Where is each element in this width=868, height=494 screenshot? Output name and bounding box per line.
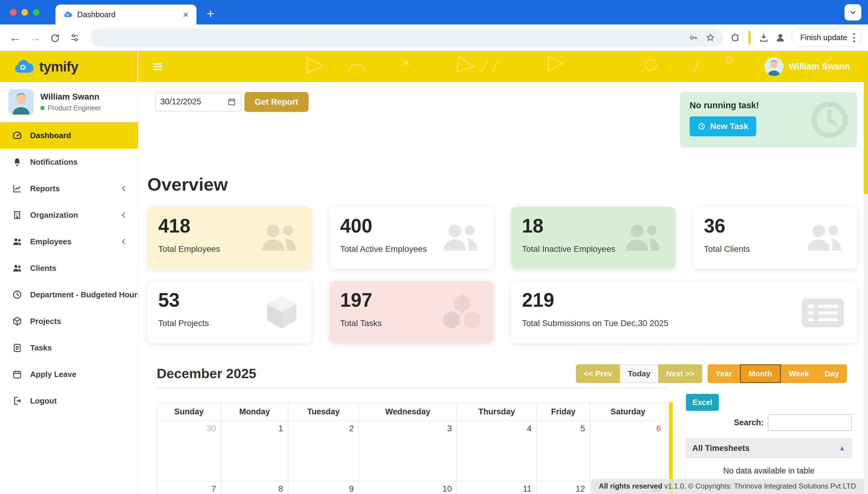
finish-update-button[interactable]: Finish update [791,28,861,47]
sidebar-item-employees[interactable]: Employees [0,228,138,255]
calendar-day-cell[interactable]: 10 [359,481,457,494]
calendar-day-cell[interactable]: 2 [288,421,359,481]
calendar-picker-icon[interactable] [227,97,236,106]
view-year-button[interactable]: Year [708,364,740,383]
logo-text: tymify [39,58,78,75]
sidebar-item-organization[interactable]: Organization [0,202,138,228]
profile-icon[interactable] [774,32,786,43]
calendar-day-cell[interactable]: 8 [221,481,288,494]
bell-icon [12,157,22,167]
app-logo[interactable]: tymify [0,51,138,82]
calendar-section: December 2025 << Prev Today Next >> Year… [147,364,857,494]
sidebar-item-label: Apply Leave [30,370,76,379]
close-window-button[interactable] [10,9,17,16]
sidebar-item-label: Department - Budgeted Hours [30,290,138,300]
timesheets-panel: Excel Search: All Timesheets ▲ No data a… [673,388,857,494]
get-report-button[interactable]: Get Report [244,92,309,112]
download-icon[interactable] [758,32,769,43]
scrollbar-thumb[interactable] [864,51,868,194]
sidebar-item-clients[interactable]: Clients [0,255,138,281]
sidebar-item-notifications[interactable]: Notifications [0,149,138,175]
tab-close-icon[interactable]: × [183,10,189,20]
stat-card-total-tasks[interactable]: 197 Total Tasks [330,281,494,343]
tymify-cloud-icon [13,59,34,74]
sidebar-item-projects[interactable]: Projects [0,308,138,335]
calendar-day-cell[interactable]: 5 [536,421,590,481]
sidebar-item-department-budgeted-hours[interactable]: Department - Budgeted Hours [0,281,138,308]
chevron-down-icon [848,8,857,17]
calendar-nav-group: << Prev Today Next >> [576,364,702,383]
view-day-button[interactable]: Day [817,364,847,383]
weekday-wednesday: Wednesday [359,403,457,421]
timesheets-table-header[interactable]: All Timesheets ▲ [686,438,852,458]
page-title: Overview [147,174,857,195]
clock-icon [12,289,22,300]
sidebar-item-label: Dashboard [30,131,71,140]
minimize-window-button[interactable] [21,9,28,16]
cube-icon [262,292,301,332]
main-area: William Swann Get Report No running task… [138,51,868,494]
tab-overview-button[interactable] [845,4,861,20]
calendar-day-cell[interactable]: 3 [359,421,457,481]
address-bar[interactable] [91,28,723,47]
site-settings-button[interactable] [66,29,83,46]
calendar-day-cell[interactable]: 11 [457,481,537,494]
chevron-left-icon [119,210,129,220]
sidebar-item-apply-leave[interactable]: Apply Leave [0,361,138,387]
topbar-user[interactable]: William Swann [765,57,850,76]
calendar-icon [12,369,22,379]
bookmark-star-icon[interactable] [706,33,715,42]
calendar-week-row: 7 8 9 10 11 12 13 [157,481,666,494]
back-button[interactable]: ← [7,29,23,46]
password-key-icon[interactable] [689,33,698,42]
page-scrollbar[interactable] [864,51,868,494]
calendar-day-cell[interactable]: 6 [590,421,666,481]
sort-arrow-icon[interactable]: ▲ [839,444,845,452]
sidebar-item-label: Logout [30,396,57,406]
stat-card-total-clients[interactable]: 36 Total Clients [693,207,857,269]
sidebar-item-reports[interactable]: Reports [0,175,138,202]
prev-button[interactable]: << Prev [576,364,620,383]
browser-tab[interactable]: Dashboard × [56,4,197,24]
new-task-button[interactable]: New Task [690,116,756,136]
calendar-day-cell[interactable]: 4 [457,421,537,481]
calendar-day-cell[interactable]: 1 [221,421,288,481]
maximize-window-button[interactable] [33,9,39,16]
calendar-day-cell[interactable]: 7 [157,481,221,494]
date-field[interactable] [160,97,227,107]
forward-button[interactable]: → [26,29,43,46]
sidebar-item-logout[interactable]: Logout [0,387,138,414]
sidebar-item-dashboard[interactable]: Dashboard [0,122,138,149]
sidebar-item-label: Clients [30,264,56,273]
view-month-button[interactable]: Month [740,364,781,383]
calendar-day-cell[interactable]: 9 [288,481,359,494]
reload-icon [50,32,60,43]
stat-card-total-projects[interactable]: 53 Total Projects [147,281,312,343]
box-icon [12,316,22,326]
extensions-puzzle-icon[interactable] [730,33,741,43]
view-week-button[interactable]: Week [781,364,817,383]
stat-card-total-employees[interactable]: 418 Total Employees [147,207,312,269]
calendar-day-cell[interactable]: 12 [536,481,590,494]
stat-card-total-active-employees[interactable]: 400 Total Active Employees [330,207,494,269]
cubes-icon [441,292,483,332]
logout-icon [12,396,22,406]
search-input[interactable] [768,414,852,431]
sidebar-item-tasks[interactable]: Tasks [0,335,138,361]
next-button[interactable]: Next >> [658,364,702,383]
today-button[interactable]: Today [620,364,658,383]
hamburger-menu-icon[interactable] [152,61,164,73]
window-controls[interactable] [10,9,39,16]
people-icon [620,221,665,255]
reload-button[interactable] [46,29,63,46]
stat-card-total-submissions[interactable]: 219 Total Submissions on Tue Dec,30 2025 [511,281,857,343]
list-icon [799,294,847,330]
browser-menu-icon[interactable] [851,33,857,42]
report-date-input[interactable] [155,92,241,111]
status-dot [40,106,45,110]
new-tab-button[interactable]: + [207,7,214,21]
excel-export-button[interactable]: Excel [686,394,719,411]
building-icon [12,210,22,220]
calendar-day-cell[interactable]: 30 [157,421,221,481]
stat-card-total-inactive-employees[interactable]: 18 Total Inactive Employees [511,207,675,269]
